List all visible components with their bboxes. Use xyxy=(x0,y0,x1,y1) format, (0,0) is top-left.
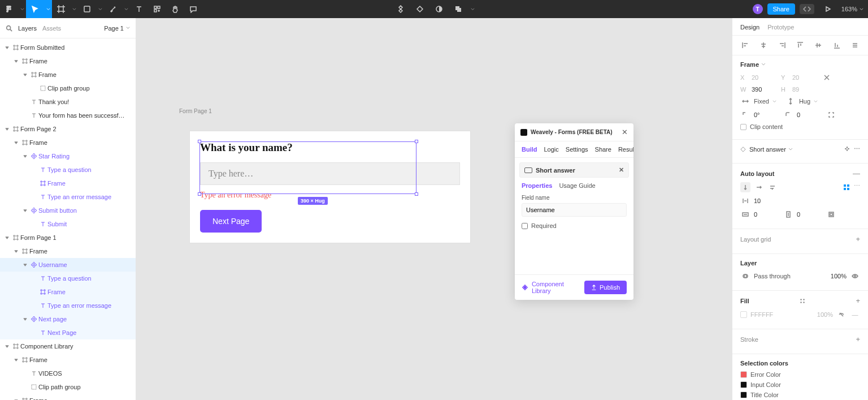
layer-row[interactable]: VIDEOS xyxy=(0,367,136,380)
opacity-input[interactable] xyxy=(824,273,847,279)
layer-row[interactable]: Clip path group xyxy=(0,380,136,394)
layer-row[interactable]: Frame xyxy=(0,136,136,149)
boolean-icon[interactable] xyxy=(449,0,467,18)
pen-tool[interactable] xyxy=(104,0,122,18)
resources-tool[interactable] xyxy=(148,0,166,18)
layer-row[interactable]: Username xyxy=(0,258,136,272)
grid-add[interactable]: + xyxy=(856,235,860,243)
menu-chevron[interactable] xyxy=(18,0,26,18)
fill-hex[interactable]: FFFFFF xyxy=(750,311,814,318)
al-more-icon[interactable]: ⋯ xyxy=(854,182,860,192)
layer-row[interactable]: Next Page xyxy=(0,326,136,339)
pen-tool-chevron[interactable] xyxy=(122,0,130,18)
layer-row[interactable]: Star Rating xyxy=(0,149,136,163)
color-swatch[interactable] xyxy=(740,371,747,378)
boolean-chevron[interactable] xyxy=(468,0,476,18)
layer-caret[interactable] xyxy=(2,127,11,131)
independent-corners-icon[interactable] xyxy=(826,110,836,120)
blend-mode[interactable]: Pass through xyxy=(754,273,821,279)
corner-input[interactable] xyxy=(797,111,823,118)
layer-caret[interactable] xyxy=(20,73,29,77)
transform-icon[interactable] xyxy=(822,72,832,83)
color-swatch[interactable] xyxy=(740,392,747,398)
al-align-grid[interactable] xyxy=(841,182,852,192)
subtab-usage[interactable]: Usage Guide xyxy=(559,182,595,189)
layer-row[interactable]: Next page xyxy=(0,312,136,326)
layer-caret[interactable] xyxy=(11,250,20,253)
dev-mode-toggle[interactable] xyxy=(800,4,814,14)
y-input[interactable] xyxy=(792,74,818,81)
align-vcenter-icon[interactable] xyxy=(813,40,823,50)
next-page-button[interactable]: Next Page xyxy=(200,210,262,233)
layer-row[interactable]: Frame xyxy=(0,394,136,400)
layer-row[interactable]: Frame xyxy=(0,68,136,81)
shape-tool-chevron[interactable] xyxy=(96,0,104,18)
layer-row[interactable]: Type an error message xyxy=(0,299,136,312)
hand-tool[interactable] xyxy=(166,0,184,18)
align-right-icon[interactable] xyxy=(777,40,787,50)
zoom-selector[interactable]: 163% xyxy=(841,6,863,12)
fill-remove-icon[interactable]: — xyxy=(850,309,860,320)
variant-more-icon[interactable]: ⋯ xyxy=(854,145,860,153)
variant-icon[interactable] xyxy=(411,0,429,18)
layer-caret[interactable] xyxy=(2,236,11,240)
variant-name[interactable]: Short answer xyxy=(749,146,786,153)
h-input[interactable] xyxy=(792,86,818,93)
layer-row[interactable]: Submit xyxy=(0,217,136,231)
align-top-icon[interactable] xyxy=(795,40,805,50)
mask-icon[interactable] xyxy=(430,0,448,18)
layer-row[interactable]: Your form has been successf… xyxy=(0,109,136,122)
canvas[interactable]: Form Page 1 What is your name? Type here… xyxy=(136,18,732,400)
layer-caret[interactable] xyxy=(2,345,11,349)
align-left-icon[interactable] xyxy=(740,40,750,50)
al-dir-horizontal[interactable] xyxy=(754,182,764,192)
user-avatar[interactable]: T xyxy=(753,4,763,14)
fill-opacity[interactable]: 100% xyxy=(817,311,833,318)
layer-row[interactable]: Frame xyxy=(0,177,136,190)
layer-row[interactable]: Clip path group xyxy=(0,81,136,95)
vmode[interactable]: Hug xyxy=(799,98,810,105)
x-input[interactable] xyxy=(752,74,778,81)
move-tool[interactable] xyxy=(26,0,44,18)
canvas-frame-label[interactable]: Form Page 1 xyxy=(179,108,212,114)
tab-layers[interactable]: Layers xyxy=(18,25,37,32)
al-wrap[interactable] xyxy=(767,182,778,192)
layer-row[interactable]: Form Submitted xyxy=(0,41,136,54)
layer-row[interactable]: Frame xyxy=(0,244,136,258)
align-hcenter-icon[interactable] xyxy=(758,40,769,50)
padx-input[interactable] xyxy=(754,211,780,218)
align-bottom-icon[interactable] xyxy=(832,40,842,50)
tab-design[interactable]: Design xyxy=(740,24,760,31)
layer-caret[interactable] xyxy=(20,263,29,267)
rotation-input[interactable] xyxy=(754,111,780,118)
layer-row[interactable]: Form Page 2 xyxy=(0,122,136,136)
fieldname-input[interactable] xyxy=(522,203,627,217)
pad-independent-icon[interactable] xyxy=(826,209,836,220)
clip-checkbox[interactable] xyxy=(740,124,747,130)
variant-ai-icon[interactable] xyxy=(844,146,850,153)
block-close-icon[interactable]: ✕ xyxy=(619,166,624,174)
comment-tool[interactable] xyxy=(184,0,202,18)
plugin-tab-share[interactable]: Share xyxy=(595,146,611,153)
color-swatch[interactable] xyxy=(740,381,747,388)
layer-row[interactable]: Type an error message xyxy=(0,190,136,204)
tab-prototype[interactable]: Prototype xyxy=(767,24,794,31)
layer-row[interactable]: Frame xyxy=(0,54,136,68)
text-tool[interactable] xyxy=(130,0,148,18)
frame-tool-chevron[interactable] xyxy=(70,0,78,18)
share-button[interactable]: Share xyxy=(767,3,795,15)
visibility-icon[interactable] xyxy=(850,271,860,281)
plugin-tab-logic[interactable]: Logic xyxy=(544,146,559,153)
pady-input[interactable] xyxy=(797,211,823,218)
layer-row[interactable]: Form Page 1 xyxy=(0,231,136,244)
page-selector[interactable]: Page 1 xyxy=(104,25,130,32)
plugin-tab-build[interactable]: Build xyxy=(522,146,537,153)
tab-assets[interactable]: Assets xyxy=(42,25,61,32)
layer-caret[interactable] xyxy=(11,141,20,145)
hmode[interactable]: Fixed xyxy=(754,98,769,105)
layer-row[interactable]: Component Library xyxy=(0,339,136,353)
layer-row[interactable]: Submit button xyxy=(0,204,136,217)
layer-row[interactable]: Type a question xyxy=(0,163,136,177)
subtab-properties[interactable]: Properties xyxy=(522,182,552,189)
layer-row[interactable]: Frame xyxy=(0,285,136,299)
